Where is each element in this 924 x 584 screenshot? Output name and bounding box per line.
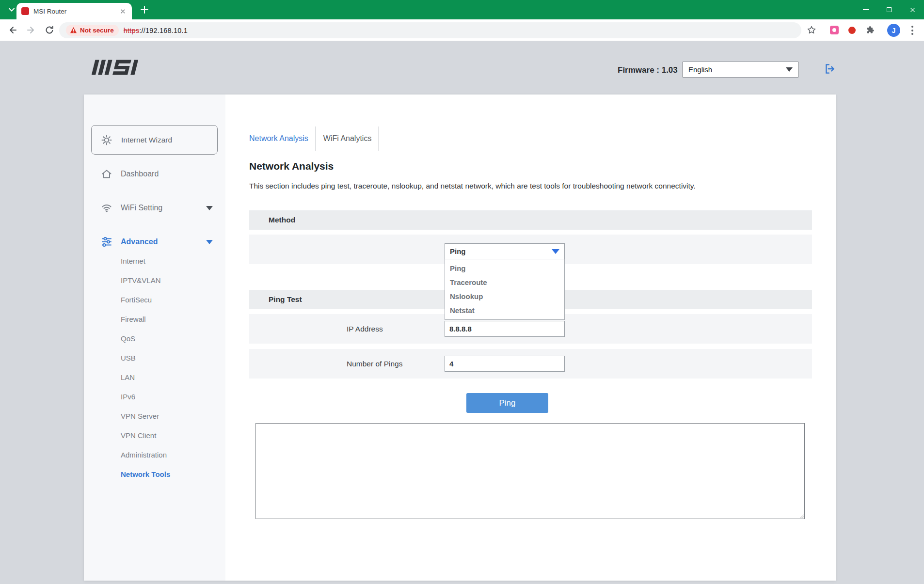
page-title: Network Analysis: [249, 160, 334, 172]
browser-menu-icon[interactable]: [911, 26, 913, 35]
chevron-down-icon: [786, 67, 793, 72]
browser-tabstrip: MSI Router: [0, 0, 924, 19]
site-favicon: [21, 7, 29, 15]
ping-output[interactable]: [255, 423, 805, 519]
minimize-icon: [863, 9, 869, 10]
chevron-down-icon: [206, 240, 213, 244]
sidebar-item-label: Advanced: [121, 237, 158, 246]
sidebar-item-ipv6[interactable]: IPv6: [84, 387, 225, 407]
method-options-list: Ping Traceroute Nslookup Netstat: [445, 259, 565, 320]
language-select[interactable]: English: [682, 62, 799, 78]
sidebar-item-lan[interactable]: LAN: [84, 368, 225, 387]
sidebar-item-label: Dashboard: [121, 170, 159, 178]
tab-close-icon[interactable]: [118, 7, 127, 16]
sidebar-item-administration[interactable]: Administration: [84, 445, 225, 465]
tab-title: MSI Router: [33, 8, 118, 15]
method-option-traceroute[interactable]: Traceroute: [445, 275, 564, 289]
sidebar-item-dashboard[interactable]: Dashboard: [84, 160, 225, 188]
ip-address-label: IP Address: [347, 314, 383, 344]
advanced-submenu: Internet IPTV&VLAN FortiSecu Firewall Qo…: [84, 252, 225, 484]
window-controls: [854, 0, 924, 19]
sidebar-item-usb[interactable]: USB: [84, 348, 225, 368]
sidebar-item-internet-wizard[interactable]: Internet Wizard: [91, 125, 218, 155]
maximize-icon: [887, 7, 892, 12]
firmware-version: Firmware : 1.03: [618, 65, 678, 75]
tab-search-icon[interactable]: [7, 5, 16, 15]
sidebar-item-vpn-server[interactable]: VPN Server: [84, 407, 225, 426]
method-selected-value: Ping: [450, 247, 466, 255]
content-tabs: Network Analysis WiFi Analytics: [249, 126, 379, 151]
sidebar-item-fortisecu[interactable]: FortiSecu: [84, 290, 225, 310]
wifi-icon: [101, 203, 112, 213]
url-scheme: https: [124, 27, 139, 34]
security-badge-label: Not secure: [80, 27, 114, 34]
sidebar: Internet Wizard Dashboard WiFi Setting A…: [84, 95, 225, 581]
sidebar-item-label: WiFi Setting: [121, 204, 162, 212]
address-bar[interactable]: Not secure https://192.168.10.1: [59, 22, 801, 38]
sidebar-item-label: Internet Wizard: [121, 136, 172, 144]
browser-toolbar: Not secure https://192.168.10.1 J: [0, 19, 924, 41]
sidebar-item-wifi-setting[interactable]: WiFi Setting: [84, 194, 225, 221]
method-option-ping[interactable]: Ping: [445, 261, 564, 275]
number-of-pings-row: Number of Pings: [249, 349, 812, 379]
page-description: This section includes ping test, tracero…: [249, 182, 696, 190]
back-button[interactable]: [8, 25, 17, 35]
profile-avatar[interactable]: J: [887, 24, 900, 37]
msi-logo: [91, 57, 156, 78]
maximize-button[interactable]: [877, 0, 901, 19]
number-of-pings-input[interactable]: [445, 356, 565, 372]
extensions-puzzle-icon[interactable]: [866, 25, 876, 35]
bookmark-star-icon[interactable]: [807, 25, 816, 35]
method-option-netstat[interactable]: Netstat: [445, 303, 564, 317]
language-selected-value: English: [688, 65, 712, 74]
tab-wifi-analytics[interactable]: WiFi Analytics: [316, 126, 380, 151]
method-select[interactable]: Ping: [445, 243, 565, 259]
sidebar-item-internet[interactable]: Internet: [84, 252, 225, 271]
tab-network-analysis[interactable]: Network Analysis: [249, 126, 316, 151]
ip-address-input[interactable]: [445, 321, 565, 337]
security-badge[interactable]: Not secure: [66, 25, 119, 36]
number-of-pings-label: Number of Pings: [347, 349, 402, 379]
extension-icon-pink[interactable]: [830, 26, 839, 34]
browser-tab[interactable]: MSI Router: [16, 3, 132, 19]
url-rest: ://192.168.10.1: [139, 27, 188, 34]
gear-icon: [101, 135, 112, 145]
reload-button[interactable]: [45, 25, 54, 35]
warning-icon: [70, 27, 77, 34]
extension-icon-red[interactable]: [848, 27, 856, 34]
logout-icon[interactable]: [824, 63, 836, 75]
sidebar-item-iptv-vlan[interactable]: IPTV&VLAN: [84, 271, 225, 290]
method-option-nslookup[interactable]: Nslookup: [445, 289, 564, 303]
forward-button[interactable]: [26, 25, 36, 35]
minimize-button[interactable]: [854, 0, 877, 19]
sidebar-item-qos[interactable]: QoS: [84, 329, 225, 348]
main-card: Internet Wizard Dashboard WiFi Setting A…: [84, 95, 836, 581]
chevron-down-icon: [206, 206, 213, 210]
new-tab-button[interactable]: [140, 5, 149, 15]
section-header-method: Method: [249, 210, 812, 230]
dropdown-arrow-icon: [552, 249, 559, 254]
home-icon: [101, 169, 112, 179]
sidebar-item-vpn-client[interactable]: VPN Client: [84, 426, 225, 445]
content-area: Network Analysis WiFi Analytics Network …: [225, 95, 836, 581]
sliders-icon: [101, 237, 112, 247]
close-icon: [909, 7, 916, 13]
sidebar-item-firewall[interactable]: Firewall: [84, 310, 225, 329]
url-text: https://192.168.10.1: [124, 27, 188, 34]
ping-button[interactable]: Ping: [466, 393, 548, 413]
close-button[interactable]: [901, 0, 924, 19]
sidebar-item-network-tools[interactable]: Network Tools: [84, 465, 225, 484]
